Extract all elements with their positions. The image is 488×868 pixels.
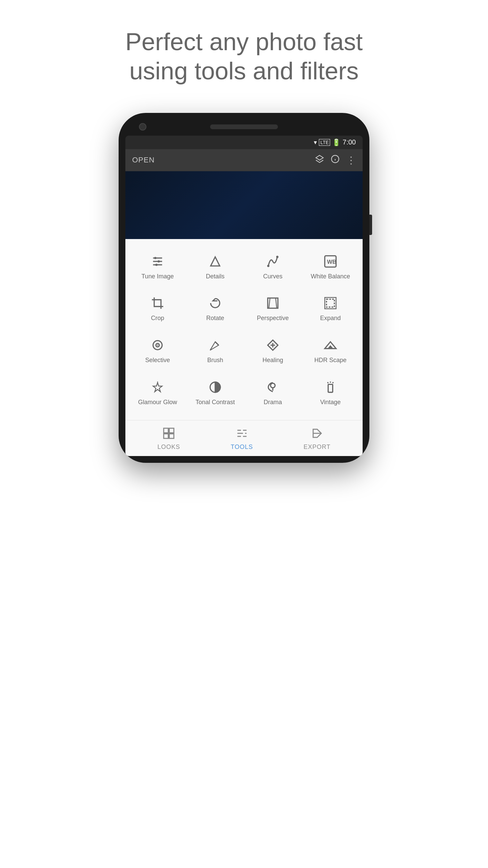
tool-white-balance[interactable]: WB White Balance xyxy=(302,246,359,288)
status-icons: ▾ LTE 🔋 7:00 xyxy=(314,138,356,146)
looks-icon xyxy=(161,426,176,441)
headline-line1: Perfect any photo fast xyxy=(125,28,363,55)
svg-marker-27 xyxy=(328,345,333,349)
tool-vintage-label: Vintage xyxy=(320,399,341,406)
svg-marker-28 xyxy=(153,382,162,392)
headline-line2: using tools and filters xyxy=(129,57,359,84)
svg-marker-10 xyxy=(211,257,220,266)
tools-grid: Tune Image Details xyxy=(129,246,359,413)
tool-curves[interactable]: Curves xyxy=(244,246,302,288)
tool-glamour-glow[interactable]: Glamour Glow xyxy=(129,372,186,414)
svg-marker-0 xyxy=(316,155,323,160)
svg-line-23 xyxy=(215,342,219,345)
tool-perspective[interactable]: Perspective xyxy=(244,288,302,330)
tool-healing-label: Healing xyxy=(262,357,283,364)
phone-body: ▾ LTE 🔋 7:00 OPEN xyxy=(119,113,369,463)
toolbar-icons: ⋮ xyxy=(315,155,356,166)
svg-rect-36 xyxy=(328,384,332,392)
tool-rotate-label: Rotate xyxy=(206,315,224,322)
wifi-icon: ▾ xyxy=(314,139,317,146)
tool-vintage[interactable]: Vintage xyxy=(302,372,359,414)
expand-icon xyxy=(322,295,339,311)
tool-tune-image[interactable]: Tune Image xyxy=(129,246,186,288)
camera-sensor xyxy=(139,123,146,131)
tool-hdr-scape-label: HDR Scape xyxy=(314,357,346,364)
tool-tonal-contrast-label: Tonal Contrast xyxy=(196,399,235,406)
headline: Perfect any photo fast using tools and f… xyxy=(92,27,396,86)
svg-rect-18 xyxy=(326,299,334,307)
tool-hdr-scape[interactable]: HDR Scape xyxy=(302,330,359,372)
tool-curves-label: Curves xyxy=(263,273,282,280)
export-icon xyxy=(310,426,325,441)
curves-icon xyxy=(265,253,281,270)
rotate-icon xyxy=(207,295,223,311)
crop-icon xyxy=(149,295,166,311)
svg-line-34 xyxy=(333,382,333,383)
tools-panel: Tune Image Details xyxy=(125,239,363,420)
selective-icon xyxy=(149,337,166,353)
details-icon xyxy=(207,253,223,270)
tool-rotate[interactable]: Rotate xyxy=(186,288,244,330)
phone-screen: ▾ LTE 🔋 7:00 OPEN xyxy=(125,136,363,456)
tool-selective[interactable]: Selective xyxy=(129,330,186,372)
export-label: EXPORT xyxy=(304,443,331,451)
more-icon[interactable]: ⋮ xyxy=(346,155,356,166)
tool-brush-label: Brush xyxy=(207,357,223,364)
layers-icon[interactable] xyxy=(315,155,324,166)
looks-label: LOOKS xyxy=(158,443,180,451)
svg-rect-40 xyxy=(169,434,174,439)
svg-rect-38 xyxy=(169,428,174,433)
svg-line-16 xyxy=(269,298,270,308)
tool-tonal-contrast[interactable]: Tonal Contrast xyxy=(186,372,244,414)
status-bar: ▾ LTE 🔋 7:00 xyxy=(125,136,363,149)
nav-tools[interactable]: TOOLS xyxy=(231,426,253,451)
tool-crop-label: Crop xyxy=(151,315,164,322)
phone-top xyxy=(125,120,363,136)
svg-rect-37 xyxy=(164,428,168,433)
tool-brush[interactable]: Brush xyxy=(186,330,244,372)
tool-drama[interactable]: Drama xyxy=(244,372,302,414)
svg-line-35 xyxy=(328,382,328,383)
perspective-icon xyxy=(265,295,281,311)
battery-icon: 🔋 xyxy=(332,138,341,146)
app-toolbar: OPEN ⋮ xyxy=(125,149,363,171)
svg-point-9 xyxy=(155,263,158,266)
tool-crop[interactable]: Crop xyxy=(129,288,186,330)
lte-indicator: LTE xyxy=(319,139,330,146)
healing-icon xyxy=(265,337,281,353)
nav-looks[interactable]: LOOKS xyxy=(158,426,180,451)
svg-line-17 xyxy=(276,298,277,308)
svg-text:WB: WB xyxy=(327,258,337,265)
clock: 7:00 xyxy=(343,138,356,146)
svg-point-7 xyxy=(154,257,157,259)
white-balance-icon: WB xyxy=(322,253,339,270)
tool-details-label: Details xyxy=(206,273,224,280)
tool-expand-label: Expand xyxy=(320,315,341,322)
tool-expand[interactable]: Expand xyxy=(302,288,359,330)
photo-preview xyxy=(125,171,363,239)
tool-white-balance-label: White Balance xyxy=(311,273,350,280)
tonal-contrast-icon xyxy=(207,379,223,395)
tool-tune-image-label: Tune Image xyxy=(141,273,174,280)
tool-drama-label: Drama xyxy=(264,399,282,406)
open-button[interactable]: OPEN xyxy=(132,156,311,164)
tool-details[interactable]: Details xyxy=(186,246,244,288)
tool-healing[interactable]: Healing xyxy=(244,330,302,372)
phone-side-button xyxy=(369,215,372,235)
brush-icon xyxy=(207,337,223,353)
svg-point-11 xyxy=(267,265,269,267)
nav-export[interactable]: EXPORT xyxy=(304,426,331,451)
svg-point-22 xyxy=(157,344,158,346)
tools-label: TOOLS xyxy=(231,443,253,451)
bottom-nav: LOOKS TOOLS xyxy=(125,420,363,456)
info-icon[interactable] xyxy=(331,155,340,166)
glamour-glow-icon xyxy=(149,379,166,395)
svg-rect-39 xyxy=(164,434,168,439)
svg-point-31 xyxy=(270,383,275,388)
vintage-icon xyxy=(322,379,339,395)
tool-glamour-glow-label: Glamour Glow xyxy=(138,399,177,406)
tools-icon xyxy=(235,426,249,441)
phone-mockup: ▾ LTE 🔋 7:00 OPEN xyxy=(119,113,369,463)
speaker-grille xyxy=(210,124,278,129)
tune-image-icon xyxy=(149,253,166,270)
